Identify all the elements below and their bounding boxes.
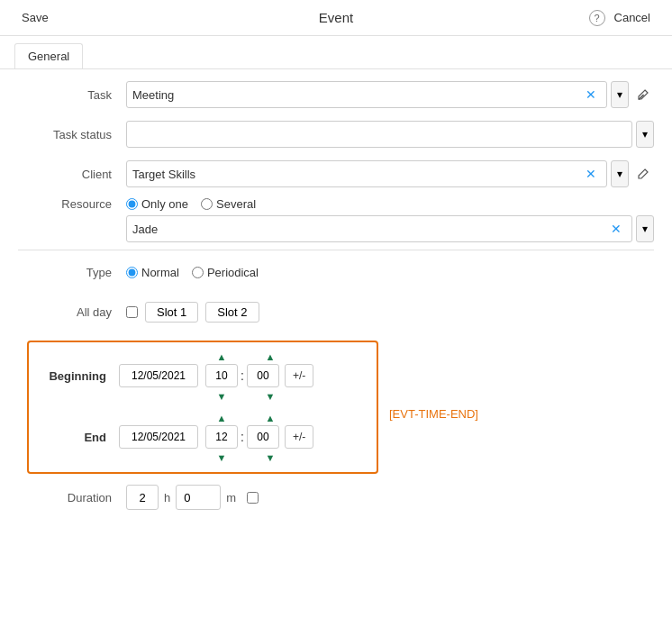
slot2-button[interactable]: Slot 2 xyxy=(205,302,259,323)
end-hour-up-button[interactable]: ▲ xyxy=(217,413,227,423)
type-normal-radio[interactable] xyxy=(126,267,138,278)
beginning-plus-button[interactable]: +/- xyxy=(285,364,313,387)
beginning-min-down-button[interactable]: ▼ xyxy=(266,391,276,402)
client-input-wrap: Target Skills ✕ xyxy=(126,160,607,187)
tab-general-label: General xyxy=(28,50,69,63)
allday-checkbox[interactable] xyxy=(126,306,138,318)
end-colon: : xyxy=(238,430,247,444)
end-hour-down-button[interactable]: ▼ xyxy=(217,452,227,463)
resource-dropdown-button[interactable]: ▾ xyxy=(636,215,654,242)
resource-label: Resource xyxy=(18,197,126,211)
type-normal-label[interactable]: Normal xyxy=(126,266,179,279)
datetime-section: ▲ ▲ Beginning : +/- xyxy=(27,335,654,479)
resource-only-one-radio[interactable] xyxy=(126,198,138,210)
task-edit-button[interactable] xyxy=(632,86,654,103)
type-periodical-label[interactable]: Periodical xyxy=(192,266,259,279)
client-value: Target Skills xyxy=(132,168,581,181)
resource-input-wrap: Jade ✕ xyxy=(126,215,632,242)
beginning-colon: : xyxy=(238,368,247,383)
beginning-hour-up-button[interactable]: ▲ xyxy=(217,351,227,362)
resource-value-control: Jade ✕ ▾ xyxy=(126,215,654,242)
slot1-button[interactable]: Slot 1 xyxy=(145,302,198,323)
task-status-row: Task status ▾ xyxy=(18,118,654,150)
tab-bar: General xyxy=(0,36,672,69)
evt-time-end-label: [EVT-TIME-END] xyxy=(389,407,478,421)
save-button[interactable]: Save xyxy=(18,9,52,26)
allday-row: All day Slot 1 Slot 2 xyxy=(18,295,654,328)
page-title: Event xyxy=(319,10,353,25)
task-row: Task Meeting ✕ ▾ xyxy=(18,78,654,111)
beginning-hour-input[interactable] xyxy=(205,364,238,387)
beginning-min-input[interactable] xyxy=(247,364,279,387)
type-normal-text: Normal xyxy=(141,266,179,279)
end-min-up-button[interactable]: ▲ xyxy=(266,413,276,423)
task-status-label: Task status xyxy=(18,128,126,141)
resource-value: Jade xyxy=(132,223,606,236)
resource-several-text: Several xyxy=(216,197,256,211)
type-label: Type xyxy=(18,266,126,279)
task-status-dropdown-button[interactable]: ▾ xyxy=(636,121,654,148)
end-up-arrows: ▲ ▲ xyxy=(38,411,368,425)
task-control: Meeting ✕ ▾ xyxy=(126,81,654,108)
type-radio-group: Normal Periodical xyxy=(126,266,654,279)
end-min-down-button[interactable]: ▼ xyxy=(266,452,276,463)
type-row: Type Normal Periodical xyxy=(18,256,654,288)
task-label: Task xyxy=(18,88,126,102)
end-down-arrows: ▼ ▼ xyxy=(38,450,368,465)
task-status-control: ▾ xyxy=(126,121,654,148)
resource-only-one-text: Only one xyxy=(141,197,188,211)
end-row: End : +/- xyxy=(38,425,368,449)
beginning-row: Beginning : +/- xyxy=(38,364,368,387)
datetime-box: ▲ ▲ Beginning : +/- xyxy=(27,341,378,474)
duration-label: Duration xyxy=(18,491,126,504)
help-icon[interactable]: ? xyxy=(589,10,605,26)
client-dropdown-button[interactable]: ▾ xyxy=(611,160,629,187)
task-dropdown-button[interactable]: ▾ xyxy=(611,81,629,108)
allday-control: Slot 1 Slot 2 xyxy=(126,302,654,323)
duration-checkbox[interactable] xyxy=(247,492,259,504)
resource-radio-group: Only one Several xyxy=(126,197,654,211)
end-hour-input[interactable] xyxy=(205,425,238,449)
beginning-date-input[interactable] xyxy=(119,364,198,387)
divider1 xyxy=(18,250,654,250)
end-date-input[interactable] xyxy=(119,425,198,449)
client-clear-button[interactable]: ✕ xyxy=(581,165,601,183)
edit-icon xyxy=(637,88,649,101)
resource-several-label[interactable]: Several xyxy=(201,197,256,211)
duration-row: Duration h m xyxy=(18,485,654,510)
duration-m-input[interactable] xyxy=(176,485,221,510)
resource-clear-button[interactable]: ✕ xyxy=(606,220,626,238)
duration-value-input[interactable] xyxy=(126,485,159,510)
type-periodical-radio[interactable] xyxy=(192,267,204,278)
end-label: End xyxy=(38,431,119,444)
beginning-up-arrows: ▲ ▲ xyxy=(38,350,368,364)
duration-m-label: m xyxy=(221,491,241,504)
client-edit-icon xyxy=(637,168,649,180)
task-clear-button[interactable]: ✕ xyxy=(581,86,601,104)
header-right: ? Cancel xyxy=(582,9,654,26)
beginning-down-arrows: ▼ ▼ xyxy=(38,389,368,404)
tab-general[interactable]: General xyxy=(14,43,83,68)
duration-h-label: h xyxy=(159,491,176,504)
resource-several-radio[interactable] xyxy=(201,198,213,210)
beginning-label: Beginning xyxy=(38,369,119,383)
client-control: Target Skills ✕ ▾ xyxy=(126,160,654,187)
end-plus-button[interactable]: +/- xyxy=(285,425,313,449)
form-area: Task Meeting ✕ ▾ Task status ▾ Cl xyxy=(0,69,672,519)
task-status-input-wrap[interactable] xyxy=(126,121,632,148)
client-row: Client Target Skills ✕ ▾ xyxy=(18,158,654,190)
task-input-wrap: Meeting ✕ xyxy=(126,81,607,108)
client-edit-button[interactable] xyxy=(632,166,654,182)
client-label: Client xyxy=(18,168,126,181)
header: Save Event ? Cancel xyxy=(0,0,672,36)
end-min-input[interactable] xyxy=(247,425,279,449)
cancel-button[interactable]: Cancel xyxy=(611,9,654,26)
resource-row: Resource Only one Several Jade ✕ ▾ xyxy=(18,197,654,242)
resource-only-one-label[interactable]: Only one xyxy=(126,197,188,211)
type-periodical-text: Periodical xyxy=(207,266,259,279)
task-value: Meeting xyxy=(132,88,581,102)
header-left: Save xyxy=(18,9,90,26)
allday-label: All day xyxy=(18,305,126,319)
beginning-min-up-button[interactable]: ▲ xyxy=(266,351,276,362)
beginning-hour-down-button[interactable]: ▼ xyxy=(217,391,227,402)
